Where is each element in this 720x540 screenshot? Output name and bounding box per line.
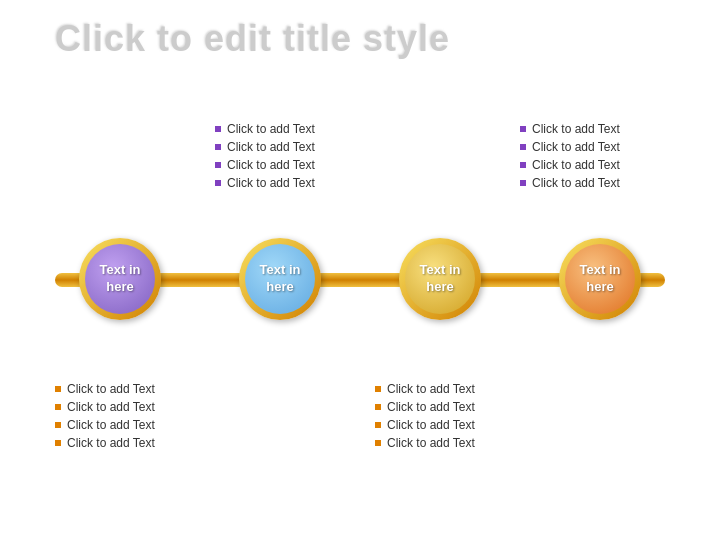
circle-node-3[interactable]: Text inhere [559, 238, 641, 320]
list-item[interactable]: Click to add Text [215, 120, 315, 138]
bottom-right-list: Click to add TextClick to add TextClick … [375, 380, 475, 452]
circle-node-2[interactable]: Text inhere [399, 238, 481, 320]
list-item[interactable]: Click to add Text [520, 156, 620, 174]
circle-label-0: Text inhere [100, 262, 141, 296]
list-item[interactable]: Click to add Text [520, 120, 620, 138]
list-item[interactable]: Click to add Text [215, 138, 315, 156]
list-item[interactable]: Click to add Text [215, 174, 315, 192]
circle-node-0[interactable]: Text inhere [79, 238, 161, 320]
slide-title[interactable]: Click to edit title style [55, 18, 665, 60]
list-item[interactable]: Click to add Text [55, 416, 155, 434]
circles-row: Text inhereText inhereText inhereText in… [0, 238, 720, 320]
top-right-list: Click to add TextClick to add TextClick … [520, 120, 620, 192]
list-item[interactable]: Click to add Text [375, 416, 475, 434]
bottom-left-list: Click to add TextClick to add TextClick … [55, 380, 155, 452]
list-item[interactable]: Click to add Text [215, 156, 315, 174]
list-item[interactable]: Click to add Text [55, 434, 155, 452]
list-item[interactable]: Click to add Text [375, 434, 475, 452]
list-item[interactable]: Click to add Text [375, 398, 475, 416]
list-item[interactable]: Click to add Text [55, 398, 155, 416]
list-item[interactable]: Click to add Text [520, 138, 620, 156]
list-item[interactable]: Click to add Text [520, 174, 620, 192]
list-item[interactable]: Click to add Text [375, 380, 475, 398]
circle-label-2: Text inhere [420, 262, 461, 296]
circle-label-1: Text inhere [260, 262, 301, 296]
title-area[interactable]: Click to edit title style [55, 18, 665, 60]
top-left-list: Click to add TextClick to add TextClick … [215, 120, 315, 192]
circle-label-3: Text inhere [580, 262, 621, 296]
list-item[interactable]: Click to add Text [55, 380, 155, 398]
circle-node-1[interactable]: Text inhere [239, 238, 321, 320]
